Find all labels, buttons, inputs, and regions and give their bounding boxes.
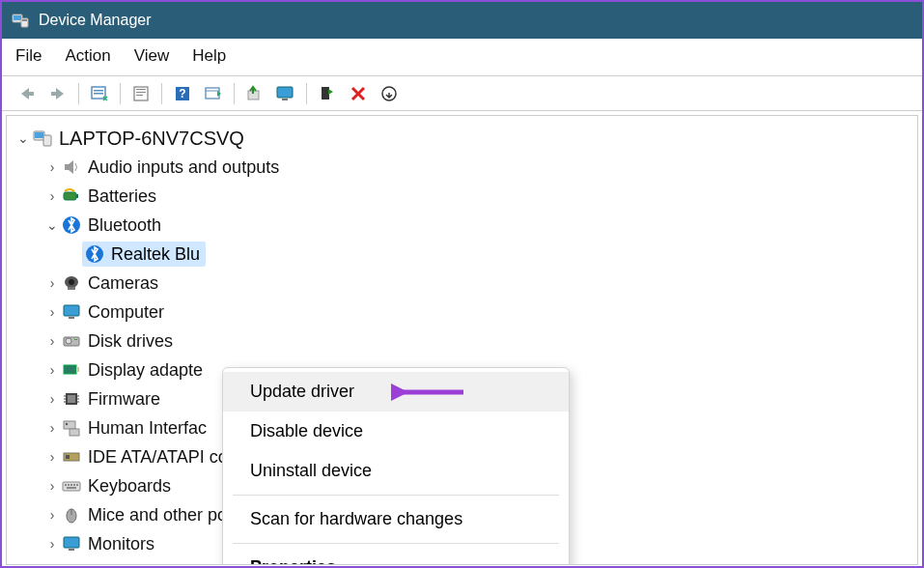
ctx-uninstall-device[interactable]: Uninstall device — [223, 451, 569, 491]
menu-view[interactable]: View — [134, 46, 170, 66]
tree-node-audio[interactable]: › Audio inputs and outputs — [14, 153, 910, 182]
ctx-properties[interactable]: Properties — [223, 548, 569, 565]
svg-text:?: ? — [179, 87, 185, 100]
chevron-right-icon[interactable]: › — [43, 478, 61, 494]
menu-file[interactable]: File — [15, 46, 42, 66]
computer-icon — [32, 128, 53, 149]
node-label: Firmware — [88, 389, 160, 410]
chevron-down-icon[interactable]: ⌄ — [43, 217, 61, 233]
node-label: Bluetooth — [88, 215, 161, 236]
window-title: Device Manager — [39, 12, 152, 29]
keyboard-icon — [61, 475, 82, 497]
svg-rect-24 — [64, 192, 76, 200]
ctx-disable-device[interactable]: Disable device — [223, 412, 569, 451]
svg-rect-1 — [14, 15, 21, 20]
svg-rect-22 — [35, 132, 43, 138]
chevron-right-icon[interactable]: › — [43, 333, 61, 349]
chevron-down-icon[interactable]: ⌄ — [14, 130, 32, 146]
node-label: Display adapte — [88, 360, 203, 381]
properties-button[interactable] — [126, 80, 156, 107]
selected-item[interactable]: Realtek Blu — [82, 241, 206, 267]
svg-rect-37 — [76, 367, 79, 372]
svg-rect-54 — [70, 484, 72, 486]
app-icon — [12, 12, 29, 29]
chevron-right-icon[interactable]: › — [43, 362, 61, 378]
chevron-right-icon[interactable]: › — [43, 449, 61, 465]
svg-rect-31 — [64, 305, 79, 316]
speaker-icon — [61, 156, 82, 178]
svg-rect-11 — [136, 92, 146, 93]
svg-rect-30 — [68, 287, 75, 290]
disable-device-button[interactable] — [343, 80, 374, 107]
svg-rect-55 — [73, 484, 75, 486]
svg-rect-35 — [74, 339, 77, 340]
help-button[interactable]: ? — [167, 80, 198, 107]
hid-icon — [61, 417, 82, 439]
device-tree[interactable]: ⌄ LAPTOP-6NV7CSVQ › Audio inputs and out… — [6, 115, 918, 565]
svg-rect-32 — [69, 317, 74, 319]
svg-rect-60 — [64, 537, 79, 548]
scan-hardware-button[interactable] — [198, 80, 229, 107]
bluetooth-icon — [61, 214, 82, 236]
uninstall-device-button[interactable] — [374, 80, 405, 107]
tree-node-computer[interactable]: › Computer — [14, 298, 910, 327]
chip-icon — [61, 388, 82, 410]
svg-rect-19 — [322, 87, 329, 99]
chevron-right-icon[interactable]: › — [43, 420, 61, 436]
ctx-scan-hardware[interactable]: Scan for hardware changes — [223, 499, 569, 539]
chevron-right-icon[interactable]: › — [43, 304, 61, 320]
chevron-right-icon[interactable]: › — [43, 188, 61, 204]
toolbar: ? — [2, 76, 922, 111]
svg-rect-7 — [94, 90, 103, 92]
svg-rect-3 — [22, 19, 27, 21]
node-label: Cameras — [88, 273, 158, 294]
node-label: Audio inputs and outputs — [88, 157, 279, 178]
title-bar: Device Manager — [2, 2, 922, 39]
svg-rect-36 — [64, 365, 76, 374]
tree-node-bluetooth[interactable]: ⌄ Bluetooth — [14, 211, 910, 240]
svg-rect-39 — [68, 395, 75, 403]
svg-rect-51 — [63, 482, 80, 491]
svg-rect-17 — [277, 87, 293, 98]
context-menu: Update driver Disable device Uninstall d… — [222, 367, 570, 565]
disk-icon — [61, 330, 82, 352]
bluetooth-icon — [84, 243, 105, 265]
monitor-icon — [61, 533, 82, 554]
back-button[interactable] — [12, 80, 42, 107]
svg-rect-18 — [282, 99, 288, 100]
ide-icon — [61, 446, 82, 468]
toolbar-separator — [78, 83, 79, 104]
chevron-right-icon[interactable]: › — [43, 159, 61, 175]
tree-root[interactable]: ⌄ LAPTOP-6NV7CSVQ — [14, 124, 910, 153]
update-driver-button[interactable] — [239, 80, 270, 107]
tree-node-batteries[interactable]: › Batteries — [14, 182, 910, 211]
ctx-update-driver[interactable]: Update driver — [223, 372, 569, 412]
menu-help[interactable]: Help — [192, 46, 226, 66]
svg-rect-8 — [94, 93, 103, 95]
node-label: Realtek Blu — [111, 244, 200, 265]
svg-rect-56 — [76, 484, 78, 486]
svg-rect-47 — [70, 429, 79, 436]
monitor-button[interactable] — [270, 80, 301, 107]
tree-node-disk-drives[interactable]: › Disk drives — [14, 327, 910, 355]
menu-bar: File Action View Help — [2, 39, 922, 76]
menu-action[interactable]: Action — [65, 46, 110, 66]
battery-icon — [61, 185, 82, 207]
toolbar-separator — [120, 83, 121, 104]
toolbar-separator — [161, 83, 162, 104]
tree-node-cameras[interactable]: › Cameras — [14, 269, 910, 298]
svg-point-48 — [66, 423, 68, 425]
node-label: Computer — [88, 302, 164, 323]
svg-rect-12 — [136, 95, 143, 96]
svg-rect-23 — [43, 135, 51, 146]
ctx-separator — [233, 543, 559, 544]
enable-device-button[interactable] — [312, 80, 343, 107]
tree-node-realtek-bluetooth[interactable]: Realtek Blu — [14, 240, 910, 269]
chevron-right-icon[interactable]: › — [43, 391, 61, 407]
node-label: Disk drives — [88, 331, 173, 352]
show-hidden-button[interactable] — [84, 80, 115, 107]
chevron-right-icon[interactable]: › — [43, 536, 61, 552]
chevron-right-icon[interactable]: › — [43, 275, 61, 291]
chevron-right-icon[interactable]: › — [43, 507, 61, 523]
forward-button[interactable] — [42, 80, 73, 107]
